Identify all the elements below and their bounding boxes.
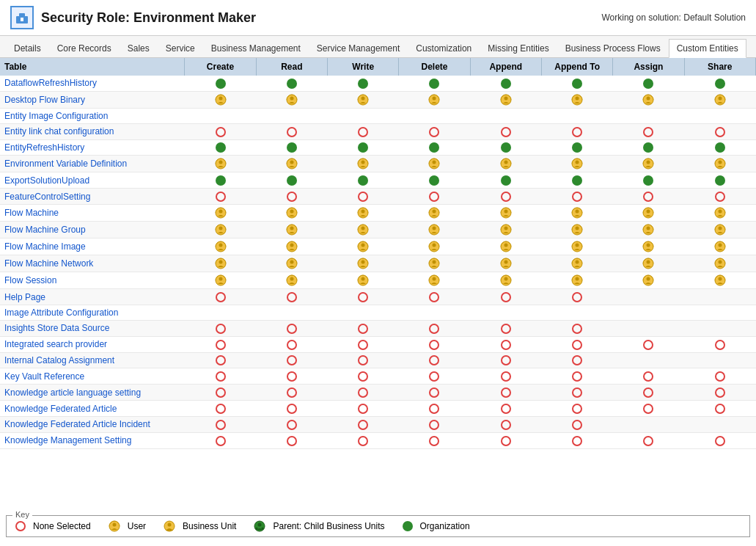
row-appendTo[interactable]: [541, 91, 612, 108]
row-appendTo[interactable]: [541, 255, 612, 272]
row-assign[interactable]: [613, 385, 684, 401]
row-assign[interactable]: [613, 123, 684, 139]
row-delete[interactable]: [399, 401, 470, 417]
row-read[interactable]: [256, 336, 327, 352]
row-append[interactable]: [470, 289, 541, 305]
row-read[interactable]: [256, 305, 327, 320]
row-create[interactable]: [185, 401, 256, 417]
row-read[interactable]: [256, 272, 327, 289]
row-assign[interactable]: [613, 432, 684, 448]
row-read[interactable]: [256, 416, 327, 432]
row-append[interactable]: [470, 432, 541, 448]
row-create[interactable]: [185, 76, 256, 91]
row-delete[interactable]: [399, 139, 470, 156]
row-append[interactable]: [470, 305, 541, 320]
row-delete[interactable]: [399, 205, 470, 222]
row-appendTo[interactable]: [541, 352, 612, 368]
row-appendTo[interactable]: [541, 123, 612, 139]
row-write[interactable]: [328, 91, 399, 108]
row-delete[interactable]: [399, 222, 470, 239]
row-read[interactable]: [256, 432, 327, 448]
row-assign[interactable]: [613, 336, 684, 352]
row-assign[interactable]: [613, 189, 684, 205]
row-share[interactable]: [684, 336, 755, 352]
row-read[interactable]: [256, 205, 327, 222]
row-delete[interactable]: [399, 91, 470, 108]
row-assign[interactable]: [613, 205, 684, 222]
row-assign[interactable]: [613, 108, 684, 123]
row-append[interactable]: [470, 352, 541, 368]
row-share[interactable]: [684, 289, 755, 305]
row-create[interactable]: [185, 189, 256, 205]
row-append[interactable]: [470, 189, 541, 205]
row-read[interactable]: [256, 139, 327, 156]
row-assign[interactable]: [613, 368, 684, 385]
row-append[interactable]: [470, 156, 541, 172]
row-delete[interactable]: [399, 108, 470, 123]
row-read[interactable]: [256, 189, 327, 205]
row-create[interactable]: [185, 416, 256, 432]
row-read[interactable]: [256, 401, 327, 417]
tab-service-management[interactable]: Service Management: [309, 39, 408, 57]
row-write[interactable]: [328, 432, 399, 448]
row-appendTo[interactable]: [541, 385, 612, 401]
row-assign[interactable]: [613, 352, 684, 368]
row-write[interactable]: [328, 255, 399, 272]
row-assign[interactable]: [613, 272, 684, 289]
row-write[interactable]: [328, 336, 399, 352]
row-assign[interactable]: [613, 416, 684, 432]
row-write[interactable]: [328, 205, 399, 222]
row-share[interactable]: [684, 139, 755, 156]
row-create[interactable]: [185, 255, 256, 272]
row-append[interactable]: [470, 239, 541, 255]
row-create[interactable]: [185, 368, 256, 385]
tab-business-process-flows[interactable]: Business Process Flows: [557, 39, 669, 57]
row-appendTo[interactable]: [541, 272, 612, 289]
row-append[interactable]: [470, 336, 541, 352]
row-assign[interactable]: [613, 222, 684, 239]
row-appendTo[interactable]: [541, 76, 612, 91]
row-appendTo[interactable]: [541, 305, 612, 320]
tab-customization[interactable]: Customization: [408, 39, 480, 57]
row-assign[interactable]: [613, 289, 684, 305]
row-write[interactable]: [328, 189, 399, 205]
tab-core-records[interactable]: Core Records: [49, 39, 120, 57]
row-write[interactable]: [328, 239, 399, 255]
row-create[interactable]: [185, 239, 256, 255]
row-assign[interactable]: [613, 172, 684, 189]
row-share[interactable]: [684, 239, 755, 255]
row-read[interactable]: [256, 368, 327, 385]
row-create[interactable]: [185, 432, 256, 448]
row-share[interactable]: [684, 156, 755, 172]
row-write[interactable]: [328, 401, 399, 417]
row-delete[interactable]: [399, 156, 470, 172]
row-create[interactable]: [185, 222, 256, 239]
row-appendTo[interactable]: [541, 289, 612, 305]
row-create[interactable]: [185, 305, 256, 320]
row-create[interactable]: [185, 205, 256, 222]
tab-custom-entities[interactable]: Custom Entities: [669, 39, 746, 58]
row-create[interactable]: [185, 172, 256, 189]
row-appendTo[interactable]: [541, 336, 612, 352]
row-share[interactable]: [684, 320, 755, 336]
row-create[interactable]: [185, 108, 256, 123]
row-share[interactable]: [684, 272, 755, 289]
row-share[interactable]: [684, 305, 755, 320]
row-share[interactable]: [684, 222, 755, 239]
row-share[interactable]: [684, 91, 755, 108]
row-write[interactable]: [328, 172, 399, 189]
row-read[interactable]: [256, 172, 327, 189]
row-delete[interactable]: [399, 172, 470, 189]
row-write[interactable]: [328, 123, 399, 139]
row-share[interactable]: [684, 416, 755, 432]
row-write[interactable]: [328, 368, 399, 385]
tab-details[interactable]: Details: [6, 39, 49, 57]
row-read[interactable]: [256, 239, 327, 255]
row-appendTo[interactable]: [541, 189, 612, 205]
tab-business-management[interactable]: Business Management: [203, 39, 309, 57]
tab-missing-entities[interactable]: Missing Entities: [480, 39, 557, 57]
row-assign[interactable]: [613, 401, 684, 417]
row-delete[interactable]: [399, 123, 470, 139]
row-append[interactable]: [470, 172, 541, 189]
row-append[interactable]: [470, 222, 541, 239]
